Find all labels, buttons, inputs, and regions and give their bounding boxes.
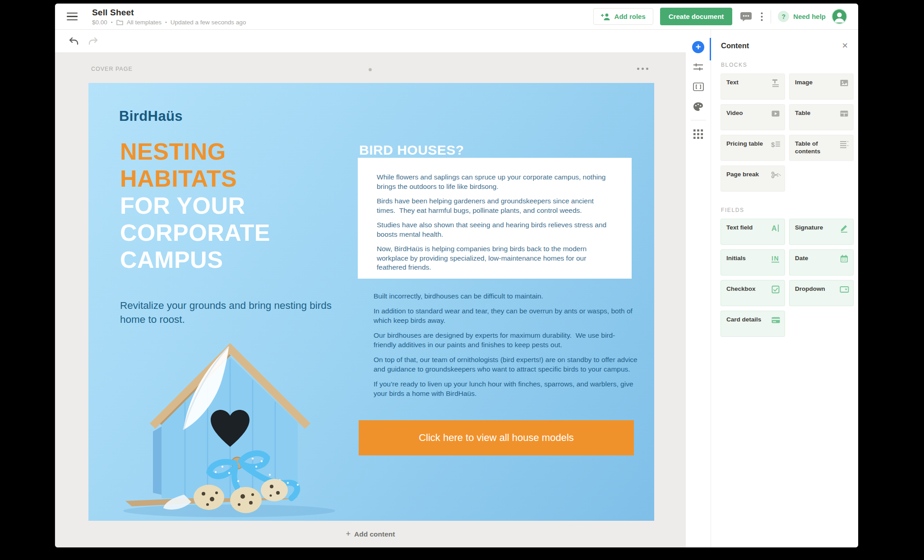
comments-icon[interactable]	[739, 10, 753, 23]
variables-tab[interactable]	[686, 77, 711, 96]
dropdown-icon	[840, 285, 849, 294]
paragraph[interactable]: Birds have been helping gardeners and gr…	[377, 197, 613, 215]
page-options-icon[interactable]	[635, 66, 650, 72]
properties-tab[interactable]	[686, 57, 711, 77]
initials-icon: IN	[771, 254, 780, 263]
apps-tab[interactable]	[686, 124, 711, 144]
field-card-initials[interactable]: InitialsIN	[721, 249, 785, 275]
headline-line: HABITATS	[120, 165, 270, 192]
body-text-block[interactable]: Built incorrectly, birdhouses can be dif…	[374, 291, 638, 404]
card-label: Text	[726, 78, 739, 99]
text-block-icon	[771, 78, 780, 87]
plus-icon: +	[346, 529, 351, 538]
question-mark-icon: ?	[778, 11, 789, 22]
headline-text-block[interactable]: NESTINGHABITATSFOR YOURCORPORATECAMPUS	[120, 138, 270, 273]
card-label: Table of contents	[795, 140, 836, 161]
block-card-pricing-table[interactable]: Pricing table$	[721, 135, 785, 161]
intro-text-box[interactable]: While flowers and saplings can spruce up…	[358, 158, 632, 279]
need-help-label: Need help	[793, 13, 826, 20]
field-card-dropdown[interactable]: Dropdown	[789, 280, 854, 306]
signature-icon	[840, 224, 849, 233]
blocks-section-label: BLOCKS	[711, 62, 858, 68]
card-label: Text field	[726, 224, 753, 244]
header-actions: Add roles Create document ? Need help	[593, 8, 846, 25]
paragraph[interactable]: Built incorrectly, birdhouses can be dif…	[374, 291, 638, 301]
add-content-tab[interactable]: +	[686, 37, 711, 57]
kebab-menu-icon[interactable]	[760, 11, 764, 22]
table-block-icon	[840, 109, 849, 118]
paragraph[interactable]: If you’re ready to liven up your lunch h…	[374, 379, 638, 398]
cta-button[interactable]: Click here to view all house models	[359, 420, 634, 455]
birdhouse-photo[interactable]	[94, 318, 365, 521]
card-label: Card details	[726, 316, 761, 336]
app-header: Sell Sheet $0.00 • All templates • Updat…	[55, 4, 858, 30]
updated-status: Updated a few seconds ago	[171, 19, 246, 26]
pricing-table-icon: $	[771, 140, 780, 149]
theme-tab[interactable]	[686, 96, 711, 116]
plus-circle-icon: +	[692, 41, 704, 53]
svg-text:IN: IN	[772, 255, 779, 262]
block-card-page-break[interactable]: Page break	[721, 165, 785, 192]
menu-icon[interactable]	[67, 13, 78, 20]
video-block-icon	[771, 109, 780, 118]
field-card-text-field[interactable]: Text fieldA	[721, 219, 785, 245]
document-subtitle: $0.00 • All templates • Updated a few se…	[92, 19, 246, 26]
add-roles-label: Add roles	[614, 13, 646, 20]
add-roles-button[interactable]: Add roles	[593, 8, 653, 25]
field-card-signature[interactable]: Signature	[789, 219, 854, 245]
page-indicator-dot	[369, 68, 372, 71]
avatar[interactable]	[832, 9, 846, 23]
active-tab-indicator	[710, 38, 711, 60]
side-tool-rail: +	[686, 30, 711, 547]
svg-text:$: $	[771, 141, 775, 148]
paragraph[interactable]: In addition to standard wear and tear, t…	[374, 306, 638, 325]
page-break-icon	[771, 170, 780, 179]
paragraph[interactable]: Our birdhouses are designed by experts f…	[374, 330, 638, 349]
card-label: Signature	[795, 224, 823, 244]
panel-title: Content	[721, 41, 749, 50]
block-card-video[interactable]: Video	[721, 104, 785, 130]
paragraph[interactable]: On top of that, our team of ornithologis…	[374, 355, 638, 374]
card-label: Video	[726, 109, 743, 130]
field-card-date[interactable]: Date	[789, 249, 854, 275]
need-help-button[interactable]: ? Need help	[778, 11, 826, 22]
create-document-button[interactable]: Create document	[660, 8, 733, 25]
block-card-table[interactable]: Table	[789, 104, 854, 130]
folder-icon	[116, 19, 123, 25]
blocks-grid: TextImageVideoTablePricing table$Table o…	[711, 68, 858, 192]
field-card-checkbox[interactable]: Checkbox	[721, 280, 785, 306]
paragraph[interactable]: Studies have also shown that seeing and …	[377, 220, 613, 239]
separator-dot: •	[111, 19, 113, 25]
document-title: Sell Sheet	[92, 8, 246, 18]
brand-logo[interactable]: BirdHaüs	[119, 108, 183, 124]
block-card-text[interactable]: Text	[721, 73, 785, 100]
block-card-image[interactable]: Image	[789, 73, 854, 100]
paragraph[interactable]: While flowers and saplings can spruce up…	[377, 173, 613, 191]
add-content-button[interactable]: +Add content	[55, 529, 686, 539]
card-label: Table	[795, 109, 810, 130]
document-page[interactable]: BirdHaüs NESTINGHABITATSFOR YOURCORPORAT…	[88, 83, 654, 521]
card-label: Initials	[726, 254, 746, 275]
card-label: Page break	[726, 170, 759, 191]
paragraph[interactable]: Now, BirdHaüs is helping companies bring…	[377, 244, 613, 272]
section-heading[interactable]: BIRD HOUSES?	[359, 142, 464, 158]
fields-grid: Text fieldASignatureInitialsINDateCheckb…	[711, 213, 858, 337]
redo-icon[interactable]	[87, 36, 99, 46]
date-icon	[840, 254, 849, 263]
table-of-contents-icon	[840, 140, 849, 149]
add-content-label: Add content	[354, 530, 395, 538]
undo-icon[interactable]	[68, 36, 80, 46]
create-document-label: Create document	[669, 13, 724, 20]
close-icon[interactable]: ✕	[842, 42, 848, 50]
svg-text:A: A	[772, 225, 777, 232]
field-card-card-details[interactable]: Card details	[721, 311, 785, 337]
folder-label[interactable]: All templates	[127, 19, 162, 26]
editor-canvas: COVER PAGE	[55, 30, 686, 547]
card-label: Image	[795, 78, 813, 99]
card-label: Date	[795, 254, 808, 275]
document-price: $0.00	[92, 19, 107, 26]
block-card-table-of-contents[interactable]: Table of contents	[789, 135, 854, 161]
headline-line: FOR YOUR	[120, 192, 270, 219]
header-divider	[771, 10, 771, 23]
content-panel: Content ✕ BLOCKS TextImageVideoTablePric…	[711, 30, 858, 547]
